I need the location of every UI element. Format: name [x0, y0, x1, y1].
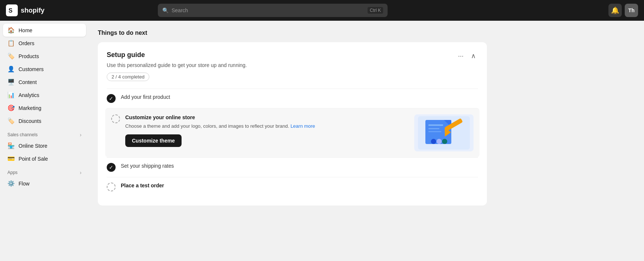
sidebar-label-point-of-sale: Point of Sale	[19, 156, 48, 162]
sidebar-label-orders: Orders	[19, 40, 34, 46]
task-test-order-check-icon	[107, 183, 116, 191]
svg-point-7	[431, 139, 436, 144]
sidebar-label-home: Home	[19, 27, 32, 33]
page-title: Things to do next	[98, 30, 635, 36]
sidebar-label-online-store: Online Store	[19, 143, 47, 149]
sidebar-item-discounts[interactable]: 🏷️ Discounts	[3, 114, 86, 127]
sidebar-label-products: Products	[19, 53, 39, 59]
setup-description: Use this personalized guide to get your …	[107, 62, 478, 68]
task-customize-store: Customize your online store Choose a the…	[105, 108, 479, 157]
customize-store-illustration	[414, 114, 474, 151]
sidebar-item-marketing[interactable]: 🎯 Marketing	[3, 101, 86, 114]
topnav: S shopify 🔍 Ctrl K 🔔 Th	[0, 0, 644, 21]
learn-more-link[interactable]: Learn more	[291, 123, 315, 129]
svg-point-8	[436, 139, 442, 144]
sidebar-label-discounts: Discounts	[19, 118, 41, 124]
task-add-product-title: Add your first product	[121, 94, 478, 100]
topnav-right: 🔔 Th	[608, 4, 638, 17]
analytics-icon: 📊	[7, 91, 15, 98]
discounts-icon: 🏷️	[7, 117, 15, 124]
sidebar-item-flow[interactable]: ⚙️ Flow	[3, 177, 86, 190]
home-icon: 🏠	[7, 27, 15, 34]
task-add-product-content: Add your first product	[121, 94, 478, 102]
svg-rect-11	[428, 128, 439, 129]
point-of-sale-icon: 💳	[7, 155, 15, 162]
setup-header: Setup guide ··· ∧	[107, 51, 478, 61]
collapse-icon: ∧	[471, 52, 476, 60]
setup-collapse-button[interactable]: ∧	[469, 51, 478, 61]
sidebar-label-content: Content	[19, 79, 37, 85]
sidebar-label-customers: Customers	[19, 66, 44, 72]
customize-theme-button[interactable]: Customize theme	[125, 134, 182, 147]
notifications-button[interactable]: 🔔	[608, 4, 622, 17]
sidebar-item-point-of-sale[interactable]: 💳 Point of Sale	[3, 152, 86, 165]
sidebar-label-flow: Flow	[19, 181, 30, 187]
apps-label: Apps	[7, 170, 17, 175]
search-icon: 🔍	[162, 7, 169, 13]
apps-chevron-icon: ›	[80, 170, 82, 175]
search-shortcut: Ctrl K	[368, 7, 383, 14]
flow-icon: ⚙️	[7, 180, 15, 187]
sales-channels-label: Sales channels	[7, 132, 37, 137]
sidebar-item-home[interactable]: 🏠 Home	[3, 24, 86, 37]
setup-more-button[interactable]: ···	[456, 51, 466, 61]
illustration-svg	[418, 116, 470, 150]
online-store-icon: 🏪	[7, 142, 15, 149]
content-icon: 🖥️	[7, 78, 15, 86]
task-customize-content: Customize your online store Choose a the…	[125, 114, 409, 147]
svg-text:S: S	[9, 7, 13, 14]
search-bar[interactable]: 🔍 Ctrl K	[158, 4, 388, 17]
sidebar-item-products[interactable]: 🏷️ Products	[3, 50, 86, 63]
sidebar-item-content[interactable]: 🖥️ Content	[3, 76, 86, 88]
main-content: Things to do next Setup guide ··· ∧ Use …	[89, 21, 644, 261]
task-shipping-rates: ✓ Set your shipping rates	[107, 157, 478, 177]
task-shipping-check-icon: ✓	[107, 163, 116, 172]
sidebar-item-customers[interactable]: 👤 Customers	[3, 63, 86, 76]
svg-rect-10	[428, 124, 443, 126]
task-shipping-content: Set your shipping rates	[121, 163, 478, 171]
avatar-label: Th	[628, 7, 634, 13]
svg-point-9	[442, 139, 447, 144]
sidebar-item-online-store[interactable]: 🏪 Online Store	[3, 139, 86, 152]
task-customize-title: Customize your online store	[125, 114, 409, 120]
logo-text: shopify	[21, 7, 44, 14]
setup-guide-card: Setup guide ··· ∧ Use this personalized …	[98, 42, 487, 205]
orders-icon: 📋	[7, 40, 15, 47]
setup-actions: ··· ∧	[456, 51, 478, 61]
sidebar-label-analytics: Analytics	[19, 92, 39, 98]
sidebar-label-marketing: Marketing	[19, 105, 41, 111]
sidebar: 🏠 Home 📋 Orders 🏷️ Products 👤 Customers …	[0, 21, 89, 261]
sales-channels-section: Sales channels ›	[3, 127, 86, 139]
svg-rect-12	[428, 131, 441, 132]
customize-theme-label: Customize theme	[132, 138, 175, 144]
layout: 🏠 Home 📋 Orders 🏷️ Products 👤 Customers …	[0, 21, 644, 261]
setup-title: Setup guide	[107, 51, 145, 59]
logo[interactable]: S shopify	[6, 4, 44, 16]
task-customize-desc: Choose a theme and add your logo, colors…	[125, 123, 409, 130]
sidebar-item-orders[interactable]: 📋 Orders	[3, 37, 86, 50]
task-test-order-title: Place a test order	[121, 183, 478, 188]
task-check-pending-icon	[111, 114, 120, 123]
shopify-logo-icon: S	[6, 4, 18, 16]
bell-icon: 🔔	[611, 6, 619, 14]
setup-title-group: Setup guide	[107, 51, 145, 59]
search-input[interactable]	[172, 7, 365, 13]
task-add-product: ✓ Add your first product	[107, 88, 478, 108]
sales-channels-chevron-icon: ›	[80, 132, 82, 138]
task-check-done-icon: ✓	[107, 94, 116, 103]
marketing-icon: 🎯	[7, 104, 15, 111]
task-shipping-title: Set your shipping rates	[121, 163, 478, 169]
progress-badge: 2 / 4 completed	[107, 73, 149, 81]
task-test-order: Place a test order	[107, 177, 478, 197]
avatar-button[interactable]: Th	[625, 4, 638, 17]
customers-icon: 👤	[7, 66, 15, 73]
sidebar-item-analytics[interactable]: 📊 Analytics	[3, 88, 86, 101]
products-icon: 🏷️	[7, 53, 15, 60]
apps-section: Apps ›	[3, 165, 86, 177]
task-test-order-content: Place a test order	[121, 183, 478, 191]
dots-icon: ···	[458, 52, 464, 60]
